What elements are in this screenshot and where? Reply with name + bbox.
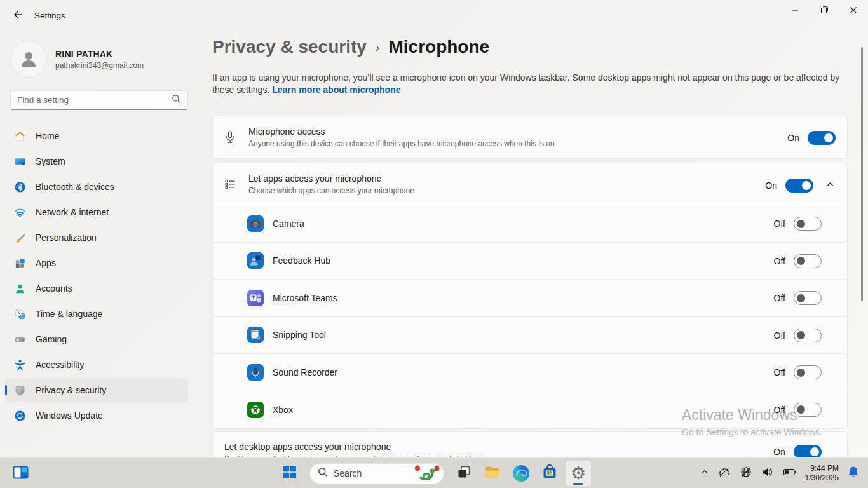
sidebar-item-label: Windows Update — [36, 410, 103, 421]
xbox-app-icon — [247, 402, 264, 418]
sidebar-item-accounts[interactable]: Accounts — [5, 276, 188, 301]
start-button[interactable] — [277, 461, 302, 486]
microphone-access-card[interactable]: Microphone access Anyone using this devi… — [212, 116, 848, 159]
app-name: Xbox — [273, 405, 293, 415]
feedback-hub-toggle[interactable] — [794, 254, 822, 268]
microphone-access-toggle[interactable] — [808, 131, 836, 145]
taskbar-search-placeholder: Search — [334, 468, 407, 478]
onedrive-status-button[interactable] — [715, 462, 734, 485]
wifi-icon — [13, 206, 26, 219]
sidebar-item-network[interactable]: Network & internet — [5, 200, 188, 224]
back-button[interactable] — [8, 8, 28, 24]
update-icon — [13, 409, 26, 422]
battery-button[interactable] — [780, 462, 800, 485]
setting-title: Let apps access your microphone — [248, 173, 414, 184]
microsoft-store-button[interactable] — [537, 461, 562, 486]
task-view-button[interactable] — [451, 461, 477, 486]
find-setting-input[interactable] — [17, 95, 172, 105]
collapse-button[interactable] — [822, 177, 838, 194]
app-row-snipping-tool[interactable]: Snipping Tool Off — [213, 317, 847, 355]
sidebar-item-time-language[interactable]: Time & language — [5, 302, 188, 326]
feedback-hub-app-icon — [247, 252, 264, 269]
microsoft-teams-toggle[interactable] — [794, 291, 822, 305]
let-apps-access-header[interactable]: Let apps access your microphone Choose w… — [213, 163, 847, 205]
file-explorer-button[interactable] — [480, 461, 505, 486]
sidebar-item-bluetooth[interactable]: Bluetooth & devices — [5, 175, 188, 199]
learn-more-link[interactable]: Learn more about microphone — [272, 85, 400, 95]
snake-decoration-icon — [413, 463, 441, 484]
bluetooth-icon — [13, 180, 26, 193]
microphone-icon — [223, 130, 237, 144]
apps-icon — [13, 257, 26, 269]
back-arrow-icon — [13, 10, 23, 22]
sidebar-item-label: Accounts — [36, 283, 72, 294]
clock[interactable]: 9:44 PM 1/30/2025 — [803, 464, 841, 483]
app-row-microsoft-teams[interactable]: Microsoft Teams Off — [213, 280, 847, 317]
system-icon — [13, 155, 26, 168]
scrollbar[interactable] — [861, 47, 863, 301]
find-setting-box[interactable] — [10, 90, 188, 110]
setting-subtitle: Anyone using this device can choose if t… — [248, 139, 555, 148]
sidebar-item-label: Home — [36, 131, 59, 141]
restore-icon — [820, 5, 829, 17]
desktop-apps-toggle[interactable] — [794, 445, 822, 458]
sidebar: RINI PATHAK pathakrini343@gmail.com Home — [0, 30, 201, 458]
setting-subtitle: Choose which apps can access your microp… — [248, 186, 414, 195]
minimize-button[interactable] — [780, 0, 810, 22]
desktop-apps-card[interactable]: Let desktop apps access your microphone … — [212, 431, 848, 458]
profile[interactable]: RINI PATHAK pathakrini343@gmail.com — [10, 41, 144, 78]
task-view-icon — [456, 464, 471, 482]
sound-recorder-toggle[interactable] — [794, 365, 822, 379]
sidebar-item-windows-update[interactable]: Windows Update — [5, 403, 188, 428]
sidebar-item-gaming[interactable]: Gaming — [5, 327, 188, 351]
app-row-camera[interactable]: Camera Off — [213, 205, 847, 243]
volume-button[interactable] — [758, 462, 777, 485]
camera-toggle[interactable] — [794, 217, 822, 231]
sidebar-item-personalization[interactable]: Personalization — [5, 226, 188, 250]
sidebar-nav: Home System Bluetooth & devices Network … — [5, 124, 188, 429]
accessibility-icon — [13, 358, 26, 371]
setting-title: Microphone access — [248, 126, 555, 137]
snipping-tool-toggle[interactable] — [794, 329, 822, 342]
clock-time: 9:44 PM — [805, 464, 839, 473]
sidebar-item-label: Network & internet — [36, 207, 109, 217]
notifications-button[interactable] — [844, 462, 863, 485]
page-description: If an app is using your microphone, you’… — [212, 72, 844, 95]
chevron-up-icon — [700, 468, 709, 479]
app-row-xbox[interactable]: Xbox Off — [213, 391, 847, 429]
toggle-state-label: Off — [774, 293, 785, 303]
settings-cards: Microphone access Anyone using this devi… — [212, 116, 848, 458]
settings-app-button[interactable]: ⚙ — [566, 461, 591, 486]
shield-icon — [13, 384, 26, 396]
toggle-state-label: Off — [774, 330, 785, 341]
sidebar-item-system[interactable]: System — [5, 149, 188, 173]
sidebar-item-privacy-security[interactable]: Privacy & security — [5, 378, 188, 402]
titlebar: Settings — [0, 0, 868, 30]
app-row-sound-recorder[interactable]: Sound Recorder Off — [213, 354, 847, 391]
chevron-up-icon — [826, 180, 834, 191]
breadcrumb-separator-icon: › — [376, 40, 380, 55]
let-apps-access-toggle[interactable] — [785, 179, 813, 193]
gamepad-icon — [13, 333, 26, 346]
sidebar-item-label: Apps — [36, 258, 56, 268]
sidebar-item-label: Personalization — [36, 233, 97, 243]
bell-icon — [847, 466, 860, 481]
sidebar-item-home[interactable]: Home — [5, 124, 188, 148]
sidebar-item-apps[interactable]: Apps — [5, 251, 188, 275]
app-row-feedback-hub[interactable]: Feedback Hub Off — [213, 243, 847, 280]
xbox-toggle[interactable] — [794, 403, 822, 417]
tray-chevron-button[interactable] — [697, 462, 712, 485]
app-name: Microsoft Teams — [273, 293, 337, 303]
close-button[interactable] — [839, 0, 868, 22]
sidebar-item-accessibility[interactable]: Accessibility — [5, 353, 188, 377]
taskbar-search-box[interactable]: Search — [309, 463, 444, 484]
camera-app-icon — [247, 215, 264, 232]
network-status-button[interactable] — [736, 462, 756, 485]
microsoft-store-icon — [541, 464, 558, 483]
restore-button[interactable] — [810, 0, 839, 22]
app-name: Snipping Tool — [273, 330, 326, 340]
edge-button[interactable] — [508, 461, 534, 486]
app-title: Settings — [34, 11, 65, 20]
breadcrumb-parent[interactable]: Privacy & security — [212, 37, 367, 57]
sound-recorder-app-icon — [247, 364, 264, 381]
